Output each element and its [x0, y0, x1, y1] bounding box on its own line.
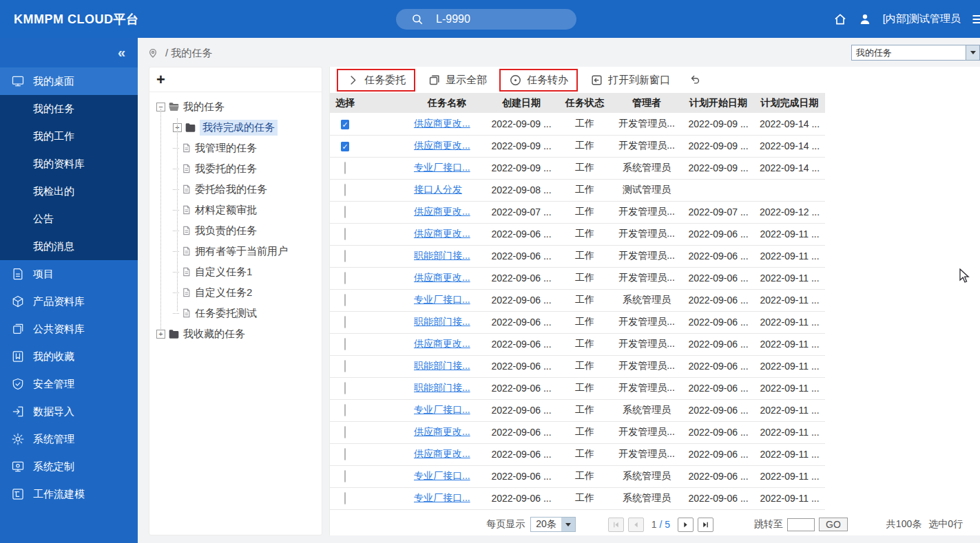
- row-checkbox[interactable]: [344, 470, 346, 482]
- task-name-link[interactable]: 供应商更改...: [414, 448, 470, 459]
- table-row[interactable]: 专业厂接口...2022-09-06 ...工作系统管理员2022-09-06 …: [330, 399, 825, 421]
- sidebar-item-13[interactable]: 系统管理: [0, 425, 138, 453]
- user-name[interactable]: [内部]测试管理员: [883, 12, 961, 25]
- table-row[interactable]: 专业厂接口...2022-09-06 ...工作系统管理员2022-09-06 …: [330, 289, 825, 311]
- task-name-link[interactable]: 专业厂接口...: [414, 162, 470, 173]
- row-checkbox[interactable]: [344, 382, 346, 394]
- sidebar-item-1[interactable]: 我的任务: [0, 95, 138, 123]
- table-row[interactable]: ✓供应商更改...2022-09-09 ...工作开发管理员...2022-09…: [330, 135, 825, 157]
- sidebar-item-2[interactable]: 我的工作: [0, 123, 138, 150]
- table-row[interactable]: 接口人分发2022-09-08 ...工作测试管理员: [330, 179, 825, 201]
- show-all-button[interactable]: 显示全部: [422, 70, 492, 90]
- sidebar-item-14[interactable]: 系统定制: [0, 453, 138, 480]
- tree-node[interactable]: +我收藏的任务: [149, 323, 322, 344]
- task-name-link[interactable]: 专业厂接口...: [414, 470, 470, 481]
- task-delegate-button[interactable]: 任务委托: [337, 69, 415, 92]
- chevron-down-icon[interactable]: [561, 518, 575, 531]
- row-checkbox[interactable]: [344, 294, 346, 306]
- prev-page-button[interactable]: [628, 518, 644, 532]
- column-header-3[interactable]: 创建日期: [484, 93, 559, 113]
- row-checkbox[interactable]: [344, 228, 346, 240]
- table-row[interactable]: ✓供应商更改...2022-09-09 ...工作开发管理员...2022-09…: [330, 113, 825, 135]
- tree-node[interactable]: 我管理的任务: [149, 138, 322, 158]
- row-checkbox[interactable]: [344, 316, 346, 328]
- expand-node-button[interactable]: +: [156, 330, 165, 339]
- task-name-link[interactable]: 供应商更改...: [414, 228, 470, 239]
- tree-node[interactable]: 材料定额审批: [149, 200, 322, 220]
- sidebar-item-9[interactable]: 公共资料库: [0, 315, 138, 343]
- task-name-link[interactable]: 职能部门接...: [414, 250, 470, 261]
- row-checkbox[interactable]: [344, 184, 346, 196]
- task-name-link[interactable]: 供应商更改...: [414, 338, 470, 349]
- row-checkbox[interactable]: [344, 206, 346, 218]
- table-row[interactable]: 专业厂接口...2022-09-09 ...工作系统管理员2022-09-09 …: [330, 157, 825, 179]
- tree-node[interactable]: +我待完成的任务: [149, 117, 322, 138]
- tree-node[interactable]: 自定义任务1: [149, 262, 322, 282]
- row-checkbox[interactable]: [344, 404, 346, 416]
- collapse-sidebar-button[interactable]: «: [118, 45, 125, 61]
- sidebar-item-11[interactable]: 安全管理: [0, 370, 138, 398]
- go-button[interactable]: GO: [819, 518, 848, 531]
- open-new-window-button[interactable]: 打开到新窗口: [585, 70, 676, 90]
- column-header-7[interactable]: 计划完成日期: [754, 93, 825, 113]
- task-name-link[interactable]: 职能部门接...: [414, 316, 470, 327]
- sidebar-item-8[interactable]: 产品资料库: [0, 288, 138, 315]
- chevron-down-icon[interactable]: [966, 45, 979, 60]
- column-header-1[interactable]: [360, 93, 410, 113]
- undo-button[interactable]: [682, 70, 707, 90]
- table-row[interactable]: 职能部门接...2022-09-06 ...工作开发管理员...2022-09-…: [330, 377, 825, 399]
- table-row[interactable]: 供应商更改...2022-09-07 ...工作开发管理员...2022-09-…: [330, 201, 825, 223]
- task-name-link[interactable]: 职能部门接...: [414, 382, 470, 393]
- last-page-button[interactable]: [698, 518, 713, 532]
- tree-node[interactable]: −我的任务: [149, 96, 322, 117]
- task-name-link[interactable]: 供应商更改...: [414, 206, 470, 217]
- tree-node[interactable]: 我负责的任务: [149, 220, 322, 241]
- home-icon[interactable]: [833, 12, 847, 26]
- table-row[interactable]: 职能部门接...2022-09-06 ...工作开发管理员...2022-09-…: [330, 311, 825, 333]
- row-checkbox[interactable]: ✓: [341, 120, 348, 129]
- tree-node[interactable]: 拥有者等于当前用户: [149, 241, 322, 262]
- task-name-link[interactable]: 供应商更改...: [414, 140, 470, 151]
- add-node-button[interactable]: +: [156, 73, 165, 87]
- first-page-button[interactable]: [608, 518, 624, 532]
- sidebar-item-15[interactable]: 工作流建模: [0, 480, 138, 508]
- sidebar-item-5[interactable]: 公告: [0, 205, 138, 233]
- row-checkbox[interactable]: [344, 360, 346, 372]
- column-header-4[interactable]: 任务状态: [559, 93, 611, 113]
- task-name-link[interactable]: 供应商更改...: [414, 272, 470, 283]
- sidebar-item-4[interactable]: 我检出的: [0, 178, 138, 205]
- menu-icon[interactable]: [970, 12, 980, 26]
- row-checkbox[interactable]: ✓: [341, 142, 348, 151]
- row-checkbox[interactable]: [344, 426, 346, 438]
- row-checkbox[interactable]: [344, 448, 346, 460]
- row-checkbox[interactable]: [344, 338, 346, 350]
- tree-node[interactable]: 我委托的任务: [149, 158, 322, 179]
- sidebar-item-12[interactable]: 数据导入: [0, 398, 138, 425]
- sidebar-item-6[interactable]: 我的消息: [0, 233, 138, 260]
- column-header-6[interactable]: 计划开始日期: [682, 93, 754, 113]
- row-checkbox[interactable]: [344, 492, 346, 504]
- tree-node[interactable]: 自定义任务2: [149, 282, 322, 303]
- jump-input[interactable]: [787, 518, 815, 531]
- per-page-select[interactable]: 20条: [530, 517, 576, 532]
- view-select[interactable]: 我的任务: [851, 45, 980, 61]
- task-name-link[interactable]: 专业厂接口...: [414, 404, 470, 415]
- tree-node[interactable]: 委托给我的任务: [149, 179, 322, 200]
- sidebar-item-10[interactable]: 我的收藏: [0, 343, 138, 370]
- table-row[interactable]: 职能部门接...2022-09-06 ...工作开发管理员...2022-09-…: [330, 245, 825, 267]
- task-name-link[interactable]: 供应商更改...: [414, 118, 470, 129]
- global-search-input[interactable]: L-9990: [396, 9, 576, 30]
- table-row[interactable]: 供应商更改...2022-09-06 ...工作开发管理员...2022-09-…: [330, 333, 825, 355]
- table-row[interactable]: 供应商更改...2022-09-06 ...工作开发管理员...2022-09-…: [330, 267, 825, 289]
- sidebar-item-3[interactable]: 我的资料库: [0, 150, 138, 178]
- table-row[interactable]: 供应商更改...2022-09-06 ...工作开发管理员...2022-09-…: [330, 223, 825, 245]
- task-name-link[interactable]: 职能部门接...: [414, 360, 470, 371]
- tree-node[interactable]: 任务委托测试: [149, 303, 322, 323]
- row-checkbox[interactable]: [344, 162, 346, 174]
- row-checkbox[interactable]: [344, 250, 346, 262]
- sidebar-item-0[interactable]: 我的桌面: [0, 67, 138, 95]
- task-name-link[interactable]: 专业厂接口...: [414, 492, 470, 503]
- task-name-link[interactable]: 供应商更改...: [414, 426, 470, 437]
- task-transfer-button[interactable]: 任务转办: [499, 69, 578, 92]
- column-header-0[interactable]: 选择: [330, 93, 360, 113]
